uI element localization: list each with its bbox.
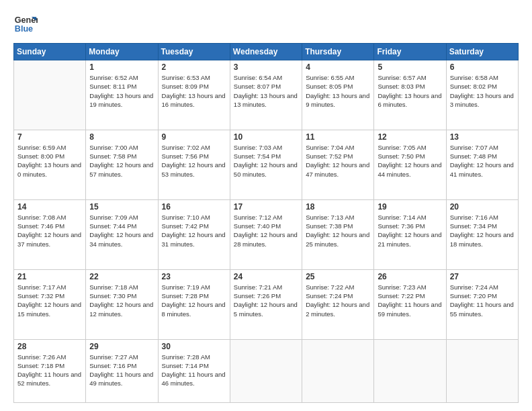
calendar-cell: 2Sunrise: 6:53 AMSunset: 8:09 PMDaylight…: [158, 60, 230, 130]
calendar-cell: 23Sunrise: 7:19 AMSunset: 7:28 PMDayligh…: [158, 269, 230, 339]
day-number: 17: [234, 202, 298, 212]
calendar-cell: 4Sunrise: 6:55 AMSunset: 8:05 PMDaylight…: [302, 60, 374, 130]
calendar-cell: 24Sunrise: 7:21 AMSunset: 7:26 PMDayligh…: [230, 269, 302, 339]
weekday-header-wednesday: Wednesday: [230, 44, 302, 60]
day-info: Sunrise: 7:17 AMSunset: 7:32 PMDaylight:…: [17, 283, 82, 318]
day-info: Sunrise: 7:14 AMSunset: 7:36 PMDaylight:…: [378, 213, 442, 248]
calendar-cell: 1Sunrise: 6:52 AMSunset: 8:11 PMDaylight…: [86, 60, 158, 130]
logo-icon: General Blue: [13, 12, 38, 36]
weekday-header-row: SundayMondayTuesdayWednesdayThursdayFrid…: [14, 44, 519, 60]
week-row-1: 1Sunrise: 6:52 AMSunset: 8:11 PMDaylight…: [14, 60, 519, 130]
day-number: 4: [306, 62, 370, 72]
day-info: Sunrise: 7:23 AMSunset: 7:22 PMDaylight:…: [378, 283, 442, 318]
day-number: 24: [234, 272, 298, 281]
weekday-header-sunday: Sunday: [14, 44, 86, 60]
calendar-cell: 6Sunrise: 6:58 AMSunset: 8:02 PMDaylight…: [446, 60, 518, 130]
week-row-3: 14Sunrise: 7:08 AMSunset: 7:46 PMDayligh…: [14, 199, 519, 269]
day-info: Sunrise: 7:05 AMSunset: 7:50 PMDaylight:…: [378, 143, 442, 179]
weekday-header-thursday: Thursday: [302, 44, 374, 60]
week-row-2: 7Sunrise: 6:59 AMSunset: 8:00 PMDaylight…: [14, 130, 519, 199]
day-number: 28: [17, 342, 82, 351]
day-number: 2: [162, 62, 226, 72]
week-row-4: 21Sunrise: 7:17 AMSunset: 7:32 PMDayligh…: [14, 269, 519, 339]
week-row-5: 28Sunrise: 7:26 AMSunset: 7:18 PMDayligh…: [14, 339, 519, 403]
day-number: 11: [306, 132, 370, 142]
day-number: 29: [89, 342, 154, 351]
calendar-cell: 20Sunrise: 7:16 AMSunset: 7:34 PMDayligh…: [446, 199, 518, 269]
day-info: Sunrise: 7:03 AMSunset: 7:54 PMDaylight:…: [234, 143, 298, 179]
day-number: 18: [306, 202, 370, 212]
day-info: Sunrise: 7:08 AMSunset: 7:46 PMDaylight:…: [17, 213, 82, 248]
calendar-cell: 25Sunrise: 7:22 AMSunset: 7:24 PMDayligh…: [302, 269, 374, 339]
day-info: Sunrise: 7:19 AMSunset: 7:28 PMDaylight:…: [162, 283, 226, 318]
day-number: 13: [450, 132, 515, 142]
day-number: 26: [378, 272, 442, 281]
calendar-cell: 16Sunrise: 7:10 AMSunset: 7:42 PMDayligh…: [158, 199, 230, 269]
calendar-cell: [14, 60, 86, 130]
calendar-cell: [374, 339, 446, 403]
svg-text:Blue: Blue: [15, 24, 33, 34]
calendar-cell: 9Sunrise: 7:02 AMSunset: 7:56 PMDaylight…: [158, 130, 230, 199]
day-number: 19: [378, 202, 442, 212]
calendar-cell: 19Sunrise: 7:14 AMSunset: 7:36 PMDayligh…: [374, 199, 446, 269]
day-number: 1: [89, 62, 154, 72]
day-number: 6: [450, 62, 515, 72]
day-number: 23: [162, 272, 226, 281]
calendar-cell: 29Sunrise: 7:27 AMSunset: 7:16 PMDayligh…: [86, 339, 158, 403]
day-info: Sunrise: 7:13 AMSunset: 7:38 PMDaylight:…: [306, 213, 370, 248]
day-number: 5: [378, 62, 442, 72]
calendar-cell: 7Sunrise: 6:59 AMSunset: 8:00 PMDaylight…: [14, 130, 86, 199]
calendar-cell: 22Sunrise: 7:18 AMSunset: 7:30 PMDayligh…: [86, 269, 158, 339]
day-number: 3: [234, 62, 298, 72]
day-info: Sunrise: 7:27 AMSunset: 7:16 PMDaylight:…: [89, 353, 154, 388]
day-info: Sunrise: 6:58 AMSunset: 8:02 PMDaylight:…: [450, 73, 515, 109]
weekday-header-saturday: Saturday: [446, 44, 518, 60]
calendar-cell: 17Sunrise: 7:12 AMSunset: 7:40 PMDayligh…: [230, 199, 302, 269]
day-info: Sunrise: 7:10 AMSunset: 7:42 PMDaylight:…: [162, 213, 226, 248]
day-number: 25: [306, 272, 370, 281]
calendar-cell: 21Sunrise: 7:17 AMSunset: 7:32 PMDayligh…: [14, 269, 86, 339]
calendar-table: SundayMondayTuesdayWednesdayThursdayFrid…: [13, 43, 519, 403]
day-info: Sunrise: 7:28 AMSunset: 7:14 PMDaylight:…: [162, 353, 226, 388]
weekday-header-friday: Friday: [374, 44, 446, 60]
calendar-cell: [302, 339, 374, 403]
day-info: Sunrise: 6:55 AMSunset: 8:05 PMDaylight:…: [306, 73, 370, 109]
calendar-cell: 3Sunrise: 6:54 AMSunset: 8:07 PMDaylight…: [230, 60, 302, 130]
day-info: Sunrise: 6:57 AMSunset: 8:03 PMDaylight:…: [378, 73, 442, 109]
day-info: Sunrise: 7:09 AMSunset: 7:44 PMDaylight:…: [89, 213, 154, 248]
header: General Blue: [13, 12, 519, 36]
day-number: 27: [450, 272, 515, 281]
calendar-cell: 14Sunrise: 7:08 AMSunset: 7:46 PMDayligh…: [14, 199, 86, 269]
day-number: 7: [17, 132, 82, 142]
calendar-cell: 10Sunrise: 7:03 AMSunset: 7:54 PMDayligh…: [230, 130, 302, 199]
day-number: 12: [378, 132, 442, 142]
day-info: Sunrise: 7:02 AMSunset: 7:56 PMDaylight:…: [162, 143, 226, 179]
day-info: Sunrise: 7:12 AMSunset: 7:40 PMDaylight:…: [234, 213, 298, 248]
calendar-cell: 12Sunrise: 7:05 AMSunset: 7:50 PMDayligh…: [374, 130, 446, 199]
calendar-cell: 30Sunrise: 7:28 AMSunset: 7:14 PMDayligh…: [158, 339, 230, 403]
calendar-cell: [446, 339, 518, 403]
day-info: Sunrise: 6:59 AMSunset: 8:00 PMDaylight:…: [17, 143, 82, 179]
day-info: Sunrise: 7:00 AMSunset: 7:58 PMDaylight:…: [89, 143, 154, 179]
calendar-cell: 8Sunrise: 7:00 AMSunset: 7:58 PMDaylight…: [86, 130, 158, 199]
calendar-cell: 18Sunrise: 7:13 AMSunset: 7:38 PMDayligh…: [302, 199, 374, 269]
day-info: Sunrise: 6:53 AMSunset: 8:09 PMDaylight:…: [162, 73, 226, 109]
day-number: 10: [234, 132, 298, 142]
day-number: 15: [89, 202, 154, 212]
calendar-cell: 15Sunrise: 7:09 AMSunset: 7:44 PMDayligh…: [86, 199, 158, 269]
day-number: 9: [162, 132, 226, 142]
day-info: Sunrise: 7:07 AMSunset: 7:48 PMDaylight:…: [450, 143, 515, 179]
calendar-cell: [230, 339, 302, 403]
logo: General Blue: [13, 12, 38, 36]
day-info: Sunrise: 7:16 AMSunset: 7:34 PMDaylight:…: [450, 213, 515, 248]
day-info: Sunrise: 7:26 AMSunset: 7:18 PMDaylight:…: [17, 353, 82, 388]
day-info: Sunrise: 7:21 AMSunset: 7:26 PMDaylight:…: [234, 283, 298, 318]
calendar-cell: 27Sunrise: 7:24 AMSunset: 7:20 PMDayligh…: [446, 269, 518, 339]
page: General Blue SundayMondayTuesdayWednesda…: [0, 0, 532, 411]
day-number: 8: [89, 132, 154, 142]
day-info: Sunrise: 7:04 AMSunset: 7:52 PMDaylight:…: [306, 143, 370, 179]
day-info: Sunrise: 7:18 AMSunset: 7:30 PMDaylight:…: [89, 283, 154, 318]
day-info: Sunrise: 7:22 AMSunset: 7:24 PMDaylight:…: [306, 283, 370, 318]
day-info: Sunrise: 6:54 AMSunset: 8:07 PMDaylight:…: [234, 73, 298, 109]
day-info: Sunrise: 6:52 AMSunset: 8:11 PMDaylight:…: [89, 73, 154, 109]
